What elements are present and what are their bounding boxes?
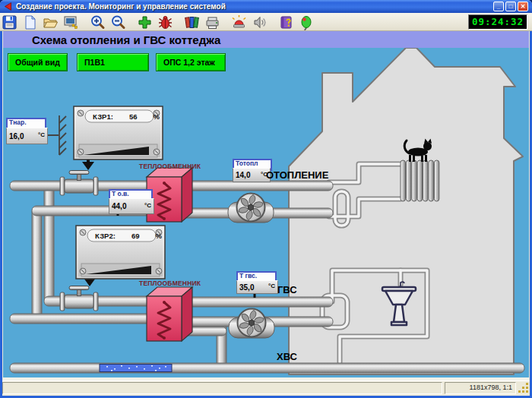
help-book-icon[interactable] (277, 14, 296, 30)
zoom-in-icon[interactable] (89, 14, 108, 30)
page-title: Схема отопления и ГВС коттеджа (32, 33, 220, 46)
kzr1-label: КЗР1: (93, 112, 113, 121)
sensor-tov-value-box: 44,0 °С (109, 198, 154, 214)
zone-label-heating: ОТОПЛЕНИЕ (266, 169, 328, 181)
kzr2-value: 69 (131, 232, 140, 240)
sensor-totopl-value-box: 14,0 °С (233, 168, 271, 182)
sound-icon[interactable] (251, 14, 270, 30)
close-button[interactable]: ✕ (518, 2, 528, 11)
open-folder-icon[interactable] (42, 14, 61, 30)
kzr2-label: КЗР2: (95, 232, 116, 240)
sensor-tov-value: 44,0 (112, 202, 126, 210)
new-document-icon[interactable] (21, 14, 40, 30)
kzr2-display: КЗР2: 69 % (88, 230, 169, 242)
kzr1-display: КЗР1: 56 % (86, 111, 166, 122)
minimize-button[interactable]: _ (493, 2, 504, 11)
add-component-icon[interactable] (136, 14, 155, 30)
window-title: Создание проекта. Мониторинг и управлени… (16, 2, 226, 11)
hint-icon[interactable] (298, 14, 317, 30)
app-logo-icon (3, 2, 13, 11)
maximize-button[interactable]: □ (505, 2, 516, 11)
save-icon[interactable] (1, 14, 20, 30)
zone-label-cold-water: ХВС (277, 351, 297, 362)
sensor-tgvs-unit: °С (268, 283, 275, 289)
system-clock: 09:24:32 (468, 14, 527, 30)
kzr2-unit: % (156, 232, 162, 240)
status-message-area (2, 382, 442, 394)
zoom-out-icon[interactable] (109, 14, 128, 30)
debug-icon[interactable] (157, 14, 176, 30)
printer-icon[interactable] (204, 14, 223, 30)
status-resolution: 1181x798, 1:1 (445, 382, 516, 394)
books-icon[interactable] (183, 14, 202, 30)
mnemonic-background (3, 48, 529, 377)
kzr1-unit: % (154, 112, 160, 121)
sensor-tov-unit: °С (144, 202, 151, 209)
nav-button-p1v1[interactable]: П1В1 (77, 53, 149, 71)
sensor-tnar-value-box: 16,0 °С (6, 128, 48, 144)
nav-button-overview[interactable]: Общий вид (8, 53, 68, 71)
toolbar: 09:24:32 (0, 13, 532, 31)
zone-label-hot-water: ГВС (277, 284, 297, 295)
nav-button-ops[interactable]: ОПС 1,2 этаж (156, 53, 226, 71)
app-window: Создание проекта. Мониторинг и управлени… (0, 0, 532, 398)
heat-exchanger-2-label: ТЕПЛООБМЕННИК (139, 280, 201, 287)
sensor-tnar-unit: °С (38, 131, 45, 138)
sensor-tnar-value: 16,0 (9, 132, 24, 141)
alarm-icon[interactable] (230, 14, 249, 30)
status-bar: 1181x798, 1:1 (0, 381, 532, 395)
sensor-tgvs-value: 35,0 (239, 283, 254, 292)
title-bar: Создание проекта. Мониторинг и управлени… (0, 0, 532, 13)
sensor-totopl-value: 14,0 (236, 171, 250, 179)
sensor-tgvs-value-box: 35,0 °С (236, 280, 278, 294)
screens-icon[interactable] (62, 14, 81, 30)
heat-exchanger-1-label: ТЕПЛООБМЕННИК (139, 163, 201, 170)
kzr1-value: 56 (129, 112, 138, 121)
resize-grip-icon[interactable] (518, 383, 530, 394)
page-title-band: Схема отопления и ГВС коттеджа (3, 30, 529, 48)
